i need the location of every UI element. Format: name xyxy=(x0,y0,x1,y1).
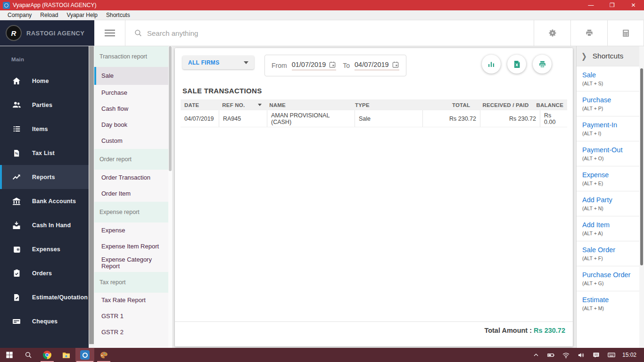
subnav-item-purchase[interactable]: Purchase xyxy=(94,85,168,101)
filter-caret-icon[interactable] xyxy=(258,104,262,106)
company-brand[interactable]: R RASTOGI AGENCY xyxy=(0,20,94,46)
tray-chevron-up[interactable] xyxy=(529,348,543,362)
column-header-total[interactable]: TOTAL xyxy=(418,102,474,108)
shortcuts-scrollbar[interactable] xyxy=(639,46,644,348)
shortcut-sale-order[interactable]: Sale Order (ALT + F) xyxy=(577,241,639,266)
sidebar-item-label: Bank Accounts xyxy=(32,198,76,205)
column-header-ref-no[interactable]: REF NO. xyxy=(218,102,265,108)
excel-file-icon xyxy=(512,60,521,69)
subnav-item-sale[interactable]: Sale xyxy=(94,67,168,85)
tray-battery[interactable] xyxy=(544,348,558,362)
cell-received-paid: Rs 230.72 xyxy=(480,110,540,127)
close-button[interactable]: ✕ xyxy=(623,0,644,10)
keyboard-icon xyxy=(607,351,616,359)
sidebar-item-label: Reports xyxy=(32,174,55,181)
sidebar-item-bank-accounts[interactable]: Bank Accounts xyxy=(0,189,89,213)
column-header-received-paid[interactable]: RECEIVED / PAID xyxy=(474,102,532,108)
hamburger-menu-button[interactable] xyxy=(94,20,125,46)
subnav-item-custom[interactable]: Custom xyxy=(94,133,168,149)
sidebar-item-reports[interactable]: Reports xyxy=(0,165,89,189)
sidebar-item-cheques[interactable]: Cheques xyxy=(0,309,89,333)
column-header-date[interactable]: DATE xyxy=(181,102,218,108)
shortcuts-header[interactable]: ❯ Shortcuts xyxy=(577,46,639,66)
shortcut-add-item[interactable]: Add Item (ALT + A) xyxy=(577,216,639,241)
subnav-scrollbar-thumb[interactable] xyxy=(169,46,172,171)
tray-wifi[interactable] xyxy=(559,348,573,362)
shortcut-purchase[interactable]: Purchase (ALT + P) xyxy=(577,91,639,116)
taskbar-paint[interactable] xyxy=(94,348,113,362)
print-report-button[interactable] xyxy=(533,55,552,74)
menu-company[interactable]: Company xyxy=(3,12,36,18)
taskbar-chrome[interactable] xyxy=(38,348,57,362)
subnav-item-gstr-1[interactable]: GSTR 1 xyxy=(94,309,168,325)
sidebar-item-estimate-quotation[interactable]: Estimate/Quotation xyxy=(0,285,89,309)
firm-selector-dropdown[interactable]: ALL FIRMS xyxy=(182,56,254,69)
sidebar-item-tax-list[interactable]: % Tax List xyxy=(0,141,89,165)
shortcut-expense[interactable]: Expense (ALT + E) xyxy=(577,166,639,191)
shortcuts-title: Shortcuts xyxy=(593,52,623,60)
shortcut-add-party[interactable]: Add Party (ALT + N) xyxy=(577,191,639,216)
search-bar[interactable] xyxy=(125,20,534,46)
start-button[interactable] xyxy=(0,348,19,362)
shortcuts-scrollbar-thumb[interactable] xyxy=(640,68,643,265)
sidebar-item-home[interactable]: Home xyxy=(0,69,89,93)
view-graph-button[interactable] xyxy=(482,55,501,74)
subnav-item-cash-flow[interactable]: Cash flow xyxy=(94,101,168,117)
subnav-item-day-book[interactable]: Day book xyxy=(94,117,168,133)
menu-reload[interactable]: Reload xyxy=(36,12,62,18)
sidebar-item-cash-in-hand[interactable]: Cash In Hand xyxy=(0,213,89,237)
subnav-item-expense-item-report[interactable]: Expense Item Report xyxy=(94,239,168,255)
menu-shortcuts[interactable]: Shortcuts xyxy=(102,12,134,18)
sidebar-scrollbar-thumb[interactable] xyxy=(89,46,94,344)
sidebar-item-orders[interactable]: Orders xyxy=(0,261,89,285)
company-name: RASTOGI AGENCY xyxy=(26,30,84,37)
shortcut-label: Sale Order xyxy=(582,246,636,254)
taskbar-file-explorer[interactable] xyxy=(57,348,75,362)
sidebar-scrollbar[interactable] xyxy=(89,46,94,348)
tray-notifications[interactable] xyxy=(589,348,603,362)
column-header-balance[interactable]: BALANCE xyxy=(532,102,567,108)
sidebar-item-expenses[interactable]: Expenses xyxy=(0,237,89,261)
to-date-field[interactable]: 04/07/2019 xyxy=(355,61,399,70)
menu-vyapar-help[interactable]: Vyapar Help xyxy=(62,12,102,18)
speaker-icon xyxy=(577,351,585,359)
subnav-scrollbar[interactable] xyxy=(168,46,172,348)
subnav-item-expense[interactable]: Expense xyxy=(94,222,168,239)
bank-icon xyxy=(11,196,22,206)
sidebar-item-label: Tax List xyxy=(32,150,55,156)
bar-chart-icon xyxy=(487,60,495,68)
shortcut-purchase-order[interactable]: Purchase Order (ALT + G) xyxy=(577,266,639,291)
settings-button[interactable] xyxy=(534,20,570,46)
subnav-item-tax-rate-report[interactable]: Tax Rate Report xyxy=(94,293,168,309)
shortcut-estimate[interactable]: Estimate (ALT + M) xyxy=(577,291,639,316)
shortcut-key: (ALT + S) xyxy=(582,81,636,86)
column-header-type[interactable]: TYPE xyxy=(351,102,418,108)
export-excel-button[interactable] xyxy=(507,55,526,74)
shortcut-payment-out[interactable]: Payment-Out (ALT + O) xyxy=(577,141,639,166)
from-label: From xyxy=(272,62,287,69)
taskbar-clock[interactable]: 15:02 xyxy=(619,352,641,358)
search-input[interactable] xyxy=(147,29,336,37)
tray-touch-keyboard[interactable] xyxy=(604,348,619,362)
from-date-field[interactable]: 01/07/2019 xyxy=(292,61,337,70)
shortcut-sale[interactable]: Sale (ALT + S) xyxy=(577,66,639,91)
column-header-name[interactable]: NAME xyxy=(265,102,351,108)
subnav-item-order-item[interactable]: Order Item xyxy=(94,186,168,202)
window-titlebar: VyaparApp (RASTOGI AGENCY) — ❐ ✕ xyxy=(0,0,644,10)
table-row[interactable]: 04/07/2019 RA945 AMAN PROVISIONAL (CASH)… xyxy=(181,110,567,127)
restore-button[interactable]: ❐ xyxy=(602,0,623,10)
shortcut-payment-in[interactable]: Payment-In (ALT + I) xyxy=(577,116,639,141)
minimize-button[interactable]: — xyxy=(580,0,602,10)
subnav-item-expense-category-report[interactable]: Expense Category Report xyxy=(94,255,168,272)
sidebar-item-items[interactable]: Items xyxy=(0,117,89,141)
taskbar-vyapar-app[interactable] xyxy=(75,348,94,362)
sidebar-item-parties[interactable]: Parties xyxy=(0,93,89,117)
subnav-item-gstr-2[interactable]: GSTR 2 xyxy=(94,325,168,341)
print-button[interactable] xyxy=(570,20,607,46)
subnav-item-order-transaction[interactable]: Order Transaction xyxy=(94,170,168,186)
sidebar-item-label: Cash In Hand xyxy=(32,222,71,229)
calculator-button[interactable] xyxy=(607,20,644,46)
sidebar-item-label: Expenses xyxy=(32,246,60,253)
tray-volume[interactable] xyxy=(574,348,588,362)
taskbar-search-button[interactable] xyxy=(19,348,38,362)
